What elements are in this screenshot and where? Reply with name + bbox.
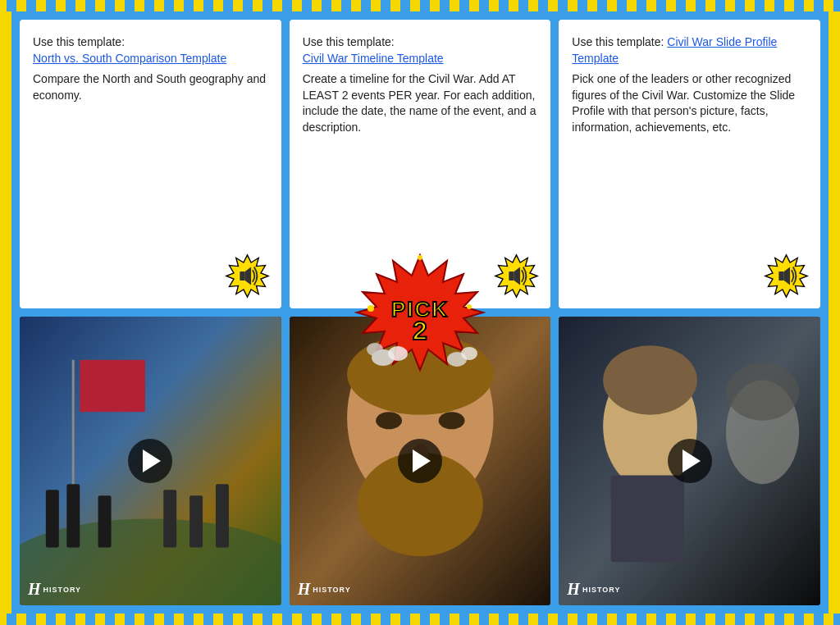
svg-point-38 — [368, 305, 374, 312]
svg-point-35 — [367, 343, 383, 356]
history-logo-1: H HISTORY — [28, 580, 81, 599]
sound-bubble-1 — [225, 253, 270, 299]
play-button-1[interactable] — [128, 439, 172, 483]
history-logo-3: H HISTORY — [567, 580, 620, 599]
svg-rect-4 — [509, 271, 514, 281]
profile-template-description: Pick one of the leaders or other recogni… — [572, 71, 807, 135]
comparison-template-link[interactable]: North vs. South Comparison Template — [33, 52, 226, 65]
history-text-3: HISTORY — [582, 586, 621, 594]
history-logo-2: H HISTORY — [298, 580, 351, 599]
video-cell-3[interactable]: H HISTORY — [559, 317, 820, 605]
svg-rect-7 — [778, 271, 783, 281]
history-h-icon-1: H — [28, 580, 41, 599]
svg-point-40 — [418, 255, 422, 260]
play-button-2[interactable] — [398, 439, 442, 483]
history-h-icon-3: H — [567, 580, 580, 599]
comparison-template-description: Compare the North and South geography an… — [33, 71, 268, 103]
svg-point-39 — [467, 304, 472, 309]
sound-bubble-2 — [494, 253, 539, 299]
profile-template-cell: Use this template: Civil War Slide Profi… — [559, 20, 820, 308]
play-button-3[interactable] — [668, 439, 712, 483]
pick2-badge: PICK 2 — [350, 251, 490, 374]
svg-rect-1 — [240, 271, 244, 281]
video-overlay-3 — [559, 317, 820, 605]
video-overlay-1 — [20, 317, 281, 605]
svg-point-37 — [461, 347, 477, 360]
svg-point-34 — [388, 346, 408, 361]
use-template-label-2: Use this template: — [303, 35, 395, 48]
timeline-template-link[interactable]: Civil War Timeline Template — [303, 52, 444, 65]
video-cell-1[interactable]: H HISTORY — [20, 317, 281, 605]
use-template-label-1: Use this template: — [33, 35, 125, 48]
history-h-icon-2: H — [298, 580, 311, 599]
history-text-2: HISTORY — [313, 586, 351, 594]
history-text-1: HISTORY — [43, 586, 82, 594]
timeline-template-description: Create a timeline for the Civil War. Add… — [303, 71, 538, 135]
use-template-label-3: Use this template: — [572, 35, 664, 48]
sound-bubble-3 — [764, 253, 809, 299]
svg-text:2: 2 — [413, 316, 427, 345]
comparison-template-cell: Use this template: North vs. South Compa… — [20, 20, 281, 308]
